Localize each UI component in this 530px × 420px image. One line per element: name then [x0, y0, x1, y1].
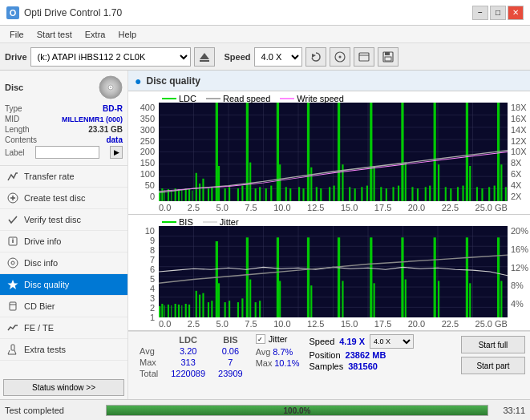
nav-verify-test-disc[interactable]: Verify test disc [0, 209, 127, 231]
svg-rect-79 [316, 187, 318, 201]
ldc-col-header: LDC [164, 334, 212, 345]
mid-value: MILLENMR1 (000) [62, 115, 123, 123]
svg-rect-154 [241, 298, 243, 317]
svg-rect-164 [342, 281, 343, 317]
save-button[interactable] [378, 47, 399, 67]
svg-rect-171 [466, 237, 468, 317]
drive-label: Drive [5, 52, 27, 62]
svg-point-21 [11, 261, 14, 265]
jitter-section: ✓ Jitter Avg 8.7% Max 10.1% [256, 334, 300, 368]
nav-drive-info[interactable]: Drive info [0, 231, 127, 252]
jitter-checkbox-row[interactable]: ✓ Jitter [256, 334, 300, 344]
speed-select[interactable]: 4.0 X [254, 47, 302, 67]
svg-rect-71 [277, 103, 279, 201]
svg-rect-170 [438, 281, 439, 317]
menu-start-test[interactable]: Start test [30, 28, 79, 41]
menu-bar: File Start test Extra Help [0, 26, 530, 43]
type-value: BD-R [103, 104, 123, 113]
svg-rect-49 [178, 189, 180, 201]
eject-button[interactable] [194, 47, 215, 67]
title-bar: O Opti Drive Control 1.70 − □ ✕ [0, 0, 530, 26]
nav-transfer-rate[interactable]: Transfer rate [0, 166, 127, 188]
svg-rect-62 [229, 187, 230, 201]
svg-rect-92 [386, 188, 387, 201]
svg-rect-165 [370, 237, 372, 317]
nav-extra-tests[interactable]: Extra tests [0, 339, 127, 361]
speed-label: Speed [225, 52, 251, 62]
svg-rect-110 [481, 188, 483, 201]
jitter-checkbox[interactable]: ✓ [256, 334, 265, 344]
bis-col-header: BIS [212, 334, 249, 345]
contents-label: Contents [5, 135, 37, 144]
svg-rect-87 [361, 187, 362, 201]
nav-fe-te[interactable]: FE / TE [0, 317, 127, 339]
svg-rect-101 [434, 103, 436, 201]
svg-rect-149 [216, 241, 218, 317]
svg-rect-166 [374, 283, 375, 317]
svg-rect-106 [462, 186, 463, 201]
label-button[interactable]: ▶ [110, 146, 123, 159]
svg-rect-44 [161, 188, 163, 201]
close-button[interactable]: ✕ [508, 6, 524, 20]
length-label: Length [5, 125, 30, 134]
menu-extra[interactable]: Extra [79, 28, 112, 41]
svg-rect-109 [476, 187, 478, 201]
disc-icon-button[interactable] [330, 47, 350, 67]
extra-tests-icon [6, 343, 19, 356]
verify-test-disc-icon [6, 213, 19, 226]
charts-area: LDC Read speed Write speed 4003503002502… [128, 91, 530, 331]
refresh-button[interactable] [305, 47, 326, 67]
avg-label: Avg [133, 345, 164, 357]
nav-create-test-disc[interactable]: Create test disc [0, 188, 127, 209]
content-area: ● Disc quality LDC Read speed Write spee… [128, 71, 530, 399]
jitter-max-row: Max 10.1% [256, 358, 300, 368]
nav-cd-bier[interactable]: CD Bier [0, 296, 127, 317]
nav-disc-quality[interactable]: Disc quality [0, 274, 127, 296]
transfer-rate-icon [6, 170, 19, 183]
label-input[interactable] [35, 146, 99, 159]
svg-rect-96 [405, 163, 407, 201]
svg-rect-80 [320, 188, 322, 201]
window-controls: − □ ✕ [472, 6, 524, 20]
jitter-avg-row: Avg 8.7% [256, 347, 300, 357]
content-header: ● Disc quality [128, 71, 530, 91]
start-full-button[interactable]: Start full [461, 336, 525, 353]
svg-rect-152 [229, 301, 230, 317]
settings-button[interactable] [354, 47, 374, 67]
nav-disc-info[interactable]: Disc info [0, 252, 127, 274]
svg-rect-72 [279, 164, 281, 201]
menu-file[interactable]: File [3, 28, 30, 41]
svg-rect-75 [298, 187, 300, 201]
drive-select[interactable]: (k:) ATAPI iHBS112 2 CL0K [30, 47, 191, 67]
start-part-button[interactable]: Start part [461, 357, 525, 374]
svg-rect-167 [401, 237, 403, 317]
svg-marker-0 [200, 53, 209, 59]
svg-point-4 [338, 55, 341, 58]
svg-rect-93 [392, 187, 394, 201]
bottom-y-left: 10987654321 [128, 226, 157, 317]
svg-rect-65 [246, 103, 249, 201]
speed-stat-select[interactable]: 4.0 X [370, 334, 414, 349]
svg-rect-151 [225, 302, 226, 317]
svg-rect-81 [329, 187, 330, 201]
menu-help[interactable]: Help [111, 28, 143, 41]
svg-rect-108 [469, 166, 471, 201]
svg-rect-64 [241, 186, 243, 201]
svg-point-20 [8, 258, 18, 268]
top-x-axis: 0.02.55.07.510.012.515.017.520.022.525.0… [159, 203, 508, 212]
svg-rect-86 [354, 188, 356, 201]
ldc-max: 313 [164, 357, 212, 368]
svg-point-13 [110, 87, 111, 88]
svg-rect-76 [302, 188, 304, 201]
svg-rect-70 [270, 186, 272, 201]
minimize-button[interactable]: − [472, 6, 488, 20]
content-title: Disc quality [146, 75, 200, 87]
svg-rect-148 [211, 301, 212, 317]
svg-rect-107 [466, 103, 468, 201]
app-title: Opti Drive Control 1.70 [24, 7, 122, 18]
status-window-button[interactable]: Status window >> [3, 379, 124, 396]
status-text: Test completed [5, 406, 101, 415]
speed-stat-label: Speed [309, 337, 334, 346]
svg-rect-9 [385, 57, 391, 61]
maximize-button[interactable]: □ [490, 6, 506, 20]
